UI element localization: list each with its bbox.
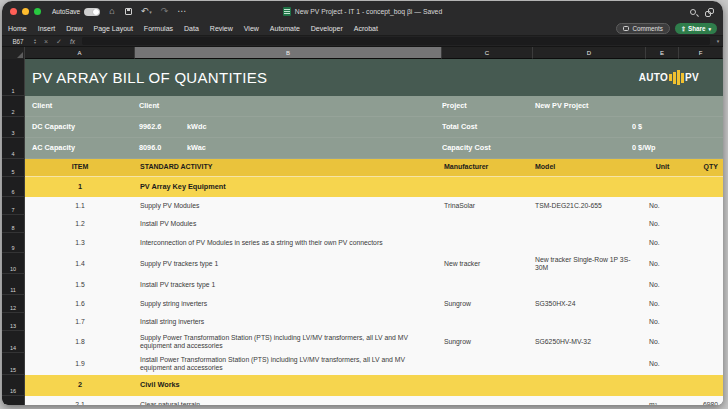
column-header-b[interactable]: B <box>135 47 442 59</box>
cell-model[interactable] <box>533 313 646 331</box>
cell-item[interactable]: 1.5 <box>25 274 135 295</box>
cell-unit[interactable]: No. <box>646 197 679 215</box>
tab-page-layout[interactable]: Page Layout <box>94 25 133 32</box>
more-commands-icon[interactable]: ⋯ <box>177 7 186 16</box>
cell-unit[interactable]: No. <box>646 313 679 331</box>
formula-bar-expand-icon[interactable]: ▾ <box>713 38 723 44</box>
row-number[interactable]: 13 <box>2 313 25 331</box>
cell-unit[interactable]: No. <box>646 331 679 353</box>
search-icon[interactable] <box>690 9 696 15</box>
cell-qty[interactable] <box>679 274 723 295</box>
cell-manufacturer[interactable] <box>442 215 533 233</box>
comments-button[interactable]: Comments <box>616 23 669 34</box>
cell-qty[interactable] <box>679 353 723 375</box>
cell-unit[interactable]: m² <box>646 396 679 405</box>
cancel-icon[interactable]: × <box>44 38 48 45</box>
tab-insert[interactable]: Insert <box>38 25 56 32</box>
cell-unit[interactable]: No. <box>646 353 679 375</box>
cell-model[interactable] <box>533 233 646 253</box>
cell-manufacturer[interactable]: Sungrow <box>442 331 533 353</box>
header-unit[interactable]: Unit <box>646 159 679 176</box>
cell-model[interactable] <box>533 274 646 295</box>
column-header-e[interactable]: E <box>646 47 679 59</box>
info-label2[interactable]: Total Cost <box>442 117 533 138</box>
info-cost[interactable]: 0 $ <box>632 117 723 138</box>
row-number[interactable]: 12 <box>2 295 25 313</box>
cell-model[interactable] <box>533 215 646 233</box>
tab-draw[interactable]: Draw <box>66 25 82 32</box>
cell-item[interactable]: 1.4 <box>25 253 135 274</box>
confirm-icon[interactable]: ✓ <box>56 38 62 45</box>
info-value[interactable]: 8096.0kWac <box>135 138 442 159</box>
header-qty[interactable]: QTY <box>679 159 723 176</box>
sheet-title-cell[interactable]: PV ARRAY BILL OF QUANTITIES AUTO PV <box>25 59 723 96</box>
cell-manufacturer[interactable]: New tracker <box>442 253 533 274</box>
cell-activity[interactable]: Install Power Transformation Station (PT… <box>135 353 442 375</box>
cell-manufacturer[interactable] <box>442 396 533 405</box>
row-number[interactable]: 2 <box>2 96 25 117</box>
cell-item[interactable]: 1.7 <box>25 313 135 331</box>
column-header-a[interactable]: A <box>25 47 135 59</box>
header-model[interactable]: Model <box>533 159 646 176</box>
cell-manufacturer[interactable] <box>442 274 533 295</box>
tab-home[interactable]: Home <box>8 25 27 32</box>
row-number[interactable]: 4 <box>2 138 25 159</box>
cell-item[interactable]: 1.1 <box>25 197 135 215</box>
cell-activity[interactable]: Clear natural terrain <box>135 396 442 405</box>
info-value[interactable]: 9962.6kWdc <box>135 117 442 138</box>
cell-activity[interactable]: Supply PV Modules <box>135 197 442 215</box>
name-box[interactable]: B67 <box>6 38 30 45</box>
cell-item[interactable]: 1 <box>25 177 135 197</box>
cell-item[interactable]: 2.1 <box>25 396 135 405</box>
cell-item[interactable]: 1.2 <box>25 215 135 233</box>
header-activity[interactable]: STANDARD ACTIVITY <box>135 159 442 176</box>
zoom-window-icon[interactable] <box>34 8 41 15</box>
select-all-corner[interactable] <box>2 47 25 59</box>
row-number[interactable]: 7 <box>2 197 25 215</box>
cell-unit[interactable]: No. <box>646 295 679 313</box>
cell-unit[interactable]: No. <box>646 233 679 253</box>
info-value2[interactable] <box>533 117 632 138</box>
close-window-icon[interactable] <box>10 8 17 15</box>
undo-icon[interactable]: ↶ <box>141 7 149 16</box>
row-number[interactable]: 14 <box>2 331 25 353</box>
cell-manufacturer[interactable]: TrinaSolar <box>442 197 533 215</box>
formula-input[interactable] <box>82 37 710 45</box>
cell-model[interactable]: TSM-DEG21C.20-655 <box>533 197 646 215</box>
row-number[interactable]: 16 <box>2 375 25 396</box>
cell-unit[interactable]: No. <box>646 215 679 233</box>
save-icon[interactable] <box>125 8 132 15</box>
cell-unit[interactable]: No. <box>646 253 679 274</box>
autosave-toggle[interactable] <box>84 8 100 16</box>
info-label[interactable]: Client <box>25 96 135 117</box>
info-value2[interactable] <box>533 138 632 159</box>
cell-qty[interactable] <box>679 331 723 353</box>
row-number[interactable]: 10 <box>2 253 25 274</box>
info-cost[interactable]: 0 $/Wp <box>632 138 723 159</box>
cell-qty[interactable] <box>679 253 723 274</box>
info-value[interactable]: Client <box>135 96 442 117</box>
document-title[interactable]: New PV Project - IT 1 - concept_boq βi —… <box>295 8 442 15</box>
cell-qty[interactable] <box>679 215 723 233</box>
cell-model[interactable] <box>533 396 646 405</box>
cell-qty[interactable] <box>679 295 723 313</box>
cell-qty[interactable]: 6980 <box>679 396 723 405</box>
info-value2[interactable]: New PV Project <box>533 96 632 117</box>
row-number[interactable]: 6 <box>2 177 25 197</box>
tab-developer[interactable]: Developer <box>311 25 343 32</box>
column-header-d[interactable]: D <box>533 47 646 59</box>
cell-activity[interactable]: Supply PV trackers type 1 <box>135 253 442 274</box>
header-item[interactable]: ITEM <box>25 159 135 176</box>
row-number[interactable]: 3 <box>2 117 25 138</box>
share-button[interactable]: ⇧ Share ▾ <box>675 23 717 34</box>
row-number[interactable]: 17 <box>2 396 25 405</box>
cell-qty[interactable] <box>679 197 723 215</box>
info-label2[interactable]: Project <box>442 96 533 117</box>
cell-activity[interactable]: Supply string inverters <box>135 295 442 313</box>
undo-chevron-icon[interactable]: ▾ <box>149 9 152 15</box>
cell-manufacturer[interactable] <box>442 313 533 331</box>
cell-qty[interactable] <box>679 233 723 253</box>
row-number[interactable]: 1 <box>2 59 25 96</box>
column-header-f[interactable]: F <box>679 47 723 59</box>
header-manufacturer[interactable]: Manufacturer <box>442 159 533 176</box>
